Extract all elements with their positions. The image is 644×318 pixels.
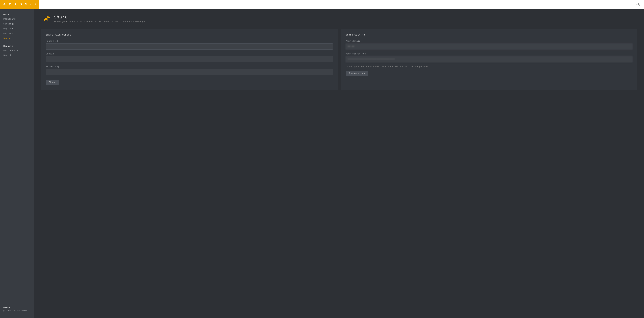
logo-text: e z X S S <box>3 2 28 6</box>
sidebar-footer-link[interactable]: github.com/ssl/ezxss <box>3 310 31 312</box>
domain-group: Domain <box>46 53 333 62</box>
your-domain-value: ## ## <box>346 43 633 50</box>
page-title: Share <box>54 15 146 20</box>
share-with-others-panel: Share with others Report ID Domain Secre… <box>41 29 338 90</box>
your-secret-key-value: •••••••••••••••••••••••••••••••••••• <box>346 56 633 62</box>
top-bar: e z X S S v.1.4 ely <box>0 0 644 9</box>
secret-key-note: If you generate a new secret key, your o… <box>346 65 633 68</box>
report-id-input[interactable] <box>46 43 333 50</box>
report-id-label: Report ID <box>46 40 333 42</box>
your-secret-key-label: Your secret key <box>346 53 633 55</box>
main-layout: Main Dashboard Settings Payload Filters … <box>0 9 644 318</box>
secret-key-label: Secret key <box>46 65 333 68</box>
sidebar-main-label: Main <box>0 12 34 16</box>
report-id-group: Report ID <box>46 40 333 50</box>
page-title-block: Share Share your reports with other ezXS… <box>54 15 146 23</box>
share-with-me-panel: Share with me Your domain ## ## Your sec… <box>341 29 638 90</box>
logo-version: v.1.4 <box>30 3 36 6</box>
generate-new-button[interactable]: Generate new <box>346 71 368 76</box>
logo-area: e z X S S v.1.4 <box>0 0 40 9</box>
share-button[interactable]: Share <box>46 80 59 85</box>
sidebar-divider <box>0 41 34 43</box>
share-with-me-title: Share with me <box>346 33 633 36</box>
two-col-layout: Share with others Report ID Domain Secre… <box>41 29 637 90</box>
share-icon <box>41 14 51 24</box>
domain-label: Domain <box>46 53 333 55</box>
sidebar-item-all-reports[interactable]: All reports <box>0 48 34 53</box>
sidebar: Main Dashboard Settings Payload Filters … <box>0 9 34 318</box>
your-domain-group: Your domain ## ## <box>346 40 633 50</box>
content-area: Share Share your reports with other ezXS… <box>34 9 644 318</box>
domain-input[interactable] <box>46 56 333 62</box>
sidebar-item-search[interactable]: Search <box>0 53 34 58</box>
sidebar-item-filters[interactable]: Filters <box>0 31 34 36</box>
secret-key-group: Secret key <box>46 65 333 75</box>
your-secret-key-group: Your secret key ••••••••••••••••••••••••… <box>346 53 633 62</box>
sidebar-item-payload[interactable]: Payload <box>0 26 34 31</box>
user-info: ely <box>636 3 641 6</box>
sidebar-item-share[interactable]: Share <box>0 36 34 41</box>
secret-key-input[interactable] <box>46 69 333 75</box>
sidebar-item-settings[interactable]: Settings <box>0 21 34 26</box>
page-subtitle: Share your reports with other ezXSS user… <box>54 20 146 23</box>
share-with-others-title: Share with others <box>46 33 333 36</box>
sidebar-footer: ezXSS github.com/ssl/ezxss <box>0 304 34 315</box>
your-domain-label: Your domain <box>346 40 633 42</box>
page-header: Share Share your reports with other ezXS… <box>41 14 637 24</box>
sidebar-item-dashboard[interactable]: Dashboard <box>0 16 34 21</box>
sidebar-footer-title: ezXSS <box>3 307 31 309</box>
sidebar-reports-label: Reports <box>0 43 34 48</box>
